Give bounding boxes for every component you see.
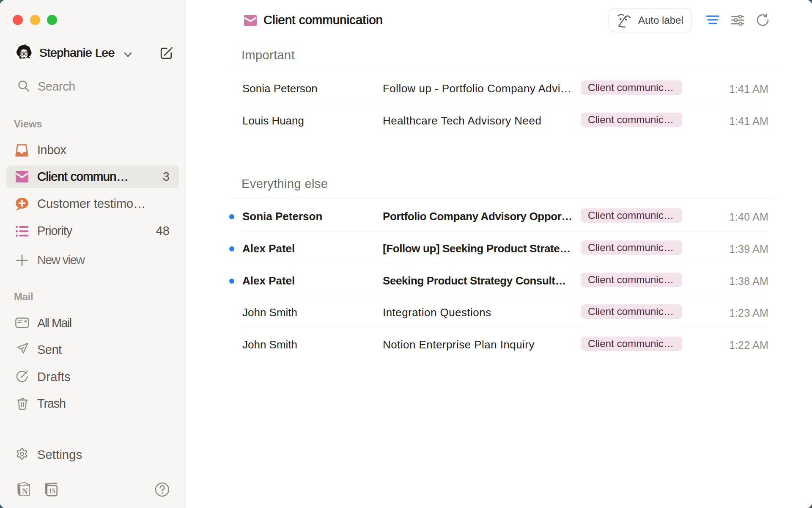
svg-text:15: 15 [49,487,55,494]
svg-text:N: N [22,487,28,496]
